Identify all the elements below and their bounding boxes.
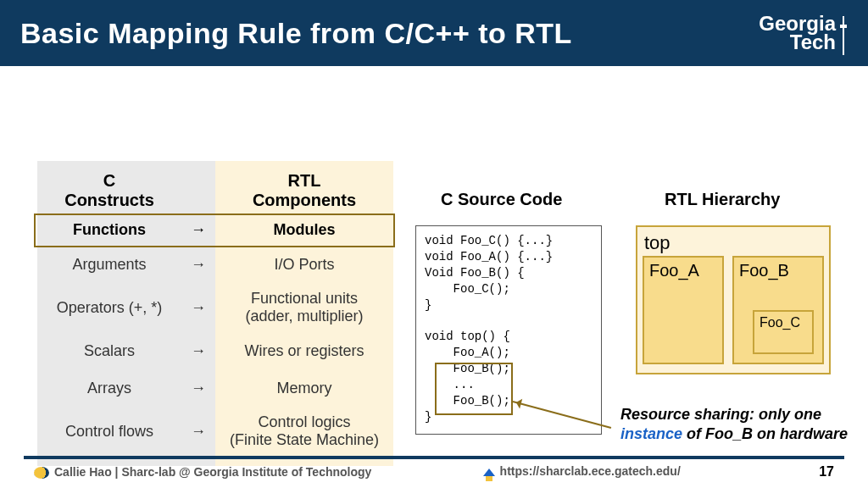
resource-sharing-caption: Resource sharing: only one instance of F… bbox=[620, 405, 858, 443]
code-line: Foo_A(); bbox=[425, 346, 510, 359]
slide-footer: Callie Hao | Sharc-lab @ Georgia Institu… bbox=[0, 456, 868, 488]
home-icon bbox=[483, 463, 495, 476]
column-header-rtl: RTL Components bbox=[219, 168, 390, 214]
buzz-icon bbox=[34, 467, 49, 479]
cell-rtl: Control logics (Finite State Machine) bbox=[219, 407, 390, 456]
code-line: void top() { bbox=[425, 330, 510, 343]
cell-c: Scalars bbox=[41, 332, 178, 369]
arrow-icon: → bbox=[181, 246, 215, 283]
caption-text: Resource sharing: only one bbox=[620, 406, 821, 423]
arrow-icon: → bbox=[181, 332, 215, 369]
footer-url: https://sharclab.ece.gatech.edu/ bbox=[371, 464, 792, 479]
arrow-icon: → bbox=[181, 214, 215, 246]
cell-c: Control flows bbox=[41, 407, 178, 456]
cell-rtl: I/O Ports bbox=[219, 246, 390, 283]
code-line: void Foo_A() {...} bbox=[425, 250, 553, 263]
slide: Basic Mapping Rule from C/C++ to RTL Geo… bbox=[0, 0, 868, 488]
module-foo-c: Foo_C bbox=[753, 310, 814, 354]
column-header-c: C Constructs bbox=[41, 168, 178, 214]
tech-tower-icon bbox=[839, 16, 848, 55]
column-arrows: → → → → → → bbox=[181, 161, 215, 466]
cell-c: Arrays bbox=[41, 369, 178, 407]
cell-c: Functions bbox=[41, 214, 178, 246]
arrow-icon: → bbox=[181, 369, 215, 407]
cell-rtl: Memory bbox=[219, 369, 390, 407]
slide-title: Basic Mapping Rule from C/C++ to RTL bbox=[20, 17, 572, 50]
cell-rtl: Modules bbox=[219, 214, 390, 246]
page-number: 17 bbox=[792, 464, 834, 480]
code-line: void Foo_C() {...} bbox=[425, 234, 553, 247]
cell-c: Operators (+, *) bbox=[41, 283, 178, 332]
column-header-arrow bbox=[181, 168, 215, 214]
logo-line-2: Tech bbox=[759, 33, 836, 52]
arrow-icon: → bbox=[181, 407, 215, 456]
rtl-hierarchy-title: RTL Hierarchy bbox=[665, 190, 780, 209]
footer-url-text: https://sharclab.ece.gatech.edu/ bbox=[500, 464, 681, 478]
slide-body: C Constructs Functions Arguments Operato… bbox=[0, 66, 868, 488]
module-top: top bbox=[644, 232, 822, 254]
cell-rtl: Functional units (adder, multiplier) bbox=[219, 283, 390, 332]
source-code-title: C Source Code bbox=[441, 190, 562, 209]
cell-rtl: Wires or registers bbox=[219, 332, 390, 369]
footer-author-text: Callie Hao | Sharc-lab @ Georgia Institu… bbox=[54, 465, 371, 479]
caption-instance: instance bbox=[620, 425, 682, 442]
georgia-tech-logo: Georgia Tech bbox=[759, 14, 848, 51]
highlight-foo-b-calls bbox=[435, 363, 513, 415]
caption-text: of Foo_B on hardware bbox=[682, 425, 848, 442]
arrow-icon: → bbox=[181, 283, 215, 332]
footer-author: Callie Hao | Sharc-lab @ Georgia Institu… bbox=[34, 465, 371, 479]
column-c-constructs: C Constructs Functions Arguments Operato… bbox=[37, 161, 181, 466]
module-foo-a: Foo_A bbox=[643, 256, 724, 364]
column-rtl-components: RTL Components Modules I/O Ports Functio… bbox=[215, 161, 393, 466]
cell-c: Arguments bbox=[41, 246, 178, 283]
slide-header: Basic Mapping Rule from C/C++ to RTL Geo… bbox=[0, 0, 868, 66]
code-line: Void Foo_B() { bbox=[425, 266, 525, 280]
code-line: } bbox=[425, 410, 431, 424]
code-line: } bbox=[425, 298, 431, 312]
code-line: Foo_C(); bbox=[425, 282, 510, 296]
